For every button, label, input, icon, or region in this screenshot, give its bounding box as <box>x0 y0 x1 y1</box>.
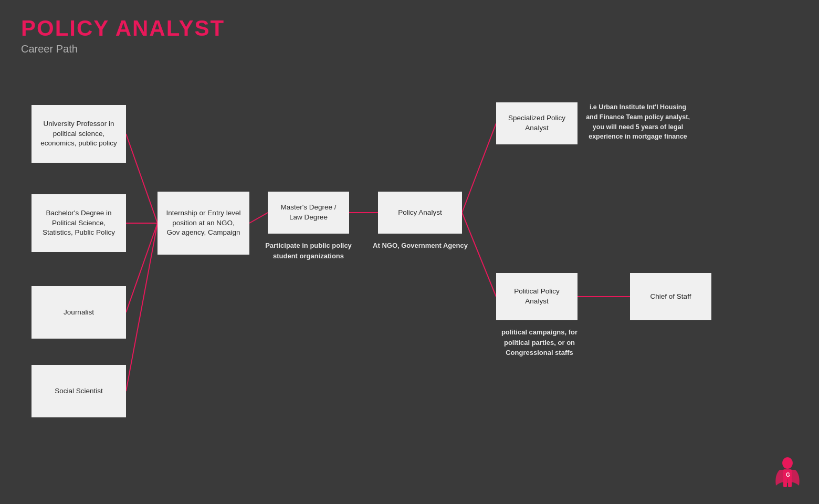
node-chief-of-staff: Chief of Staff <box>630 273 711 320</box>
node-bachelors-degree: Bachelor's Degree in Political Science, … <box>32 194 126 252</box>
node-policy-analyst: Policy Analyst <box>378 192 462 234</box>
page-header: POLICY ANALYST Career Path <box>21 16 225 55</box>
svg-line-4 <box>249 213 268 223</box>
annotation-policy-analyst: At NGO, Government Agency <box>372 240 469 251</box>
page-subtitle: Career Path <box>21 43 225 55</box>
brand-logo: G <box>772 457 803 494</box>
page-title: POLICY ANALYST <box>21 16 225 41</box>
node-political-policy-analyst: Political Policy Analyst <box>496 273 578 320</box>
annotation-specialized: i.e Urban Institute Int'l Housing and Fi… <box>585 102 690 142</box>
svg-rect-12 <box>788 478 792 487</box>
svg-rect-11 <box>783 478 787 487</box>
node-masters-degree: Master's Degree / Law Degree <box>268 192 349 234</box>
annotation-masters: Participate in public policy student org… <box>260 240 357 261</box>
svg-line-6 <box>462 123 496 213</box>
node-internship: Internship or Entry level position at an… <box>158 192 249 255</box>
svg-line-0 <box>126 134 158 223</box>
svg-point-9 <box>782 457 793 469</box>
node-university-professor: University Professor in political scienc… <box>32 105 126 163</box>
svg-line-7 <box>462 213 496 297</box>
node-journalist: Journalist <box>32 286 126 339</box>
diagram-container: University Professor in political scienc… <box>0 74 819 504</box>
node-social-scientist: Social Scientist <box>32 365 126 417</box>
svg-line-2 <box>126 223 158 312</box>
svg-text:G: G <box>786 472 790 478</box>
node-specialized-policy-analyst: Specialized Policy Analyst <box>496 102 578 144</box>
svg-line-3 <box>126 223 158 391</box>
annotation-political-policy: political campaigns, for political parti… <box>491 327 588 358</box>
